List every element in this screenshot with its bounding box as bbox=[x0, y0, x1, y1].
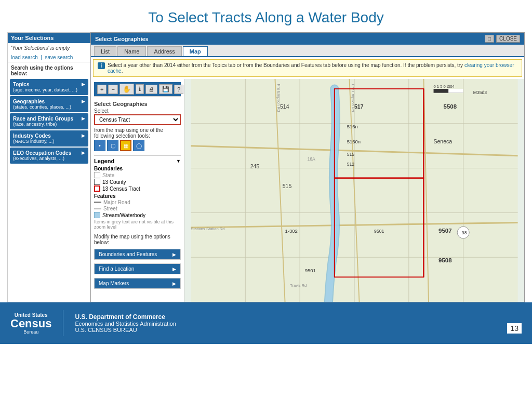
tab-map[interactable]: Map bbox=[183, 46, 208, 56]
modify-label: Modify the map using the options below: bbox=[94, 234, 181, 245]
toolbar-pan-btn[interactable]: ✋ bbox=[119, 84, 134, 95]
sidebar-item-eeo-arrow: ▶ bbox=[82, 150, 85, 155]
footer-logo-area: United States Census Bureau U.S. Departm… bbox=[10, 310, 176, 336]
legend-item-census-tract: 13 Census Tract bbox=[94, 185, 181, 192]
legend-street-label: Street bbox=[103, 206, 117, 211]
legend-major-road-label: Major Road bbox=[103, 200, 130, 205]
svg-text:517: 517 bbox=[354, 104, 364, 110]
toolbar-plus-btn[interactable]: + bbox=[97, 85, 107, 94]
legend-item-street: Street bbox=[94, 206, 181, 211]
legend-census-tract-label: 13 Census Tract bbox=[102, 186, 140, 192]
svg-text:515: 515 bbox=[283, 183, 292, 189]
info-icon: i bbox=[98, 62, 105, 69]
tabs-row: List Name Address Map bbox=[91, 45, 524, 57]
selection-tools-label: from the map using one of the following … bbox=[94, 127, 181, 139]
legend-section: Legend ▼ Boundaries State 13 County 1 bbox=[94, 155, 181, 230]
svg-text:Seneca: Seneca bbox=[434, 139, 453, 144]
sidebar-item-race[interactable]: Race and Ethnic Groups (race, ancestry, … bbox=[10, 113, 88, 129]
legend-note: Items in grey text are not visible at th… bbox=[94, 219, 181, 230]
accordion-find-location[interactable]: Find a Location ▶ bbox=[94, 263, 181, 274]
selection-tools-row: • ▢ ▦ ◯ bbox=[94, 140, 181, 151]
legend-state-label: State bbox=[102, 172, 114, 178]
accordion-markers-label: Map Markers bbox=[99, 281, 129, 286]
dialog-close-button[interactable]: CLOSE bbox=[496, 35, 520, 43]
svg-text:515: 515 bbox=[347, 152, 355, 157]
sidebar-item-eeo-sub: (executives, analysts, ...) bbox=[13, 156, 79, 161]
accordion-find-arrow: ▶ bbox=[172, 267, 176, 272]
dialog-left-panel: + − ✋ ℹ 🖨 💾 ? Select Geographies Select … bbox=[91, 79, 184, 302]
accordion-find-label: Find a Location bbox=[99, 266, 134, 272]
sidebar-search-label: Search using the options below: bbox=[8, 62, 90, 78]
footer-text: U.S. Department of Commerce Economics an… bbox=[75, 313, 176, 333]
legend-features-title: Features bbox=[94, 193, 181, 199]
page-header: To Select Tracts Along a Water Body bbox=[0, 0, 532, 32]
svg-text:16A: 16A bbox=[307, 156, 315, 162]
tool-circle-btn[interactable]: ◯ bbox=[133, 140, 144, 151]
map-toolbar: + − ✋ ℹ 🖨 💾 ? bbox=[94, 82, 181, 97]
sidebar: Your Selections 'Your Selections' is emp… bbox=[7, 32, 90, 302]
tool-point-btn[interactable]: • bbox=[94, 140, 105, 151]
footer-dept-sub1: Economics and Statistics Administration bbox=[75, 321, 176, 327]
svg-text:98: 98 bbox=[462, 230, 467, 235]
sidebar-item-race-label: Race and Ethnic Groups bbox=[13, 116, 79, 122]
clear-cache-link[interactable]: clearing your browser cache bbox=[108, 62, 514, 74]
sidebar-item-geographies-arrow: ▶ bbox=[82, 99, 85, 104]
svg-text:9501: 9501 bbox=[374, 229, 384, 234]
legend-item-state: State bbox=[94, 172, 181, 178]
accordion-markers-arrow: ▶ bbox=[172, 281, 176, 286]
tool-polygon-btn[interactable]: ▦ bbox=[120, 140, 131, 151]
accordion-map-markers[interactable]: Map Markers ▶ bbox=[94, 278, 181, 289]
sidebar-item-topics-sub: (age, income, year, dataset, ...) bbox=[13, 87, 79, 92]
load-search-link[interactable]: load search bbox=[11, 55, 38, 60]
legend-toggle-icon[interactable]: ▼ bbox=[176, 158, 181, 164]
accordion-boundaries[interactable]: Boundaries and Features ▶ bbox=[94, 249, 181, 260]
sidebar-item-industry-label: Industry Codes bbox=[13, 133, 79, 139]
save-search-link[interactable]: save search bbox=[45, 55, 73, 60]
svg-text:1-302: 1-302 bbox=[285, 228, 298, 234]
toolbar-help-btn[interactable]: ? bbox=[174, 85, 183, 94]
accordion-boundaries-arrow: ▶ bbox=[172, 252, 176, 257]
footer-dept-sub2: U.S. CENSUS BUREAU bbox=[75, 327, 176, 333]
sidebar-item-topics[interactable]: Topics (age, income, year, dataset, ...)… bbox=[10, 79, 88, 95]
sidebar-item-geographies-label: Geographies bbox=[13, 99, 79, 104]
sidebar-item-topics-label: Topics bbox=[13, 82, 79, 87]
sidebar-item-eeo-label: EEO Occupation Codes bbox=[13, 150, 79, 156]
svg-text:9508: 9508 bbox=[438, 257, 452, 263]
toolbar-minus-btn[interactable]: − bbox=[108, 85, 117, 94]
toolbar-save-btn[interactable]: 💾 bbox=[159, 84, 172, 94]
tab-address[interactable]: Address bbox=[147, 46, 181, 56]
footer-logo-bottom: Bureau bbox=[23, 329, 38, 335]
page-number: 13 bbox=[507, 323, 522, 334]
sidebar-item-industry-sub: (NAICS industry, ...) bbox=[13, 139, 79, 144]
legend-boundaries-title: Boundaries bbox=[94, 166, 181, 171]
sidebar-item-geographies[interactable]: Geographies (states, counties, places, .… bbox=[10, 96, 88, 112]
tab-list[interactable]: List bbox=[94, 46, 116, 56]
svg-text:245: 245 bbox=[250, 164, 260, 169]
sidebar-item-eeo[interactable]: EEO Occupation Codes (executives, analys… bbox=[10, 148, 88, 164]
legend-county-label: 13 County bbox=[102, 179, 126, 185]
svg-text:Stations Station Rd: Stations Station Rd bbox=[191, 227, 224, 231]
dialog-titlebar: Select Geographies □ CLOSE bbox=[91, 33, 524, 45]
select-geographies-section-title: Select Geographies bbox=[94, 101, 181, 107]
svg-text:514: 514 bbox=[280, 104, 289, 110]
sidebar-item-industry[interactable]: Industry Codes (NAICS industry, ...) ▶ bbox=[10, 130, 88, 147]
minimize-icon[interactable]: □ bbox=[485, 35, 494, 43]
sidebar-your-selections-header: Your Selections bbox=[8, 33, 90, 43]
footer-divider bbox=[63, 310, 63, 336]
map-area[interactable]: Pre Emption Rd Pre Emption Rd Stations S… bbox=[184, 79, 524, 302]
footer-dept-name: U.S. Department of Commerce bbox=[75, 313, 176, 321]
toolbar-info-btn[interactable]: ℹ bbox=[136, 84, 144, 94]
svg-text:9501: 9501 bbox=[305, 268, 316, 273]
legend-stream-label: Stream/Waterbody bbox=[102, 212, 145, 218]
legend-item-county: 13 County bbox=[94, 179, 181, 185]
svg-text:5160n: 5160n bbox=[347, 139, 361, 144]
tool-box-btn[interactable]: ▢ bbox=[107, 140, 118, 151]
svg-text:M35d3: M35d3 bbox=[473, 90, 487, 95]
toolbar-print-btn[interactable]: 🖨 bbox=[145, 85, 157, 94]
svg-text:5508: 5508 bbox=[444, 103, 457, 110]
svg-text:0  1  5  0    t304: 0 1 5 0 t304 bbox=[434, 84, 455, 89]
dialog-title: Select Geographies bbox=[95, 36, 149, 42]
tab-name[interactable]: Name bbox=[117, 46, 146, 56]
legend-title: Legend bbox=[94, 158, 114, 164]
geography-dropdown[interactable]: Census Tract State County Place bbox=[94, 114, 181, 125]
